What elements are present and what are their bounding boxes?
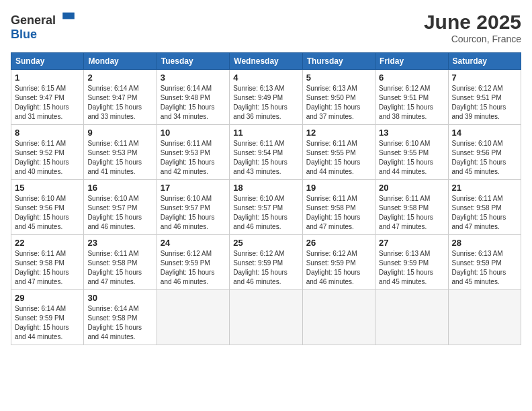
table-row: 16Sunrise: 6:10 AMSunset: 9:57 PMDayligh…	[84, 180, 157, 235]
table-row: 19Sunrise: 6:11 AMSunset: 9:58 PMDayligh…	[302, 180, 375, 235]
day-info: Sunrise: 6:12 AMSunset: 9:59 PMDaylight:…	[233, 249, 298, 287]
table-row	[230, 290, 302, 345]
header-monday: Monday	[84, 53, 157, 70]
day-number: 23	[87, 238, 152, 248]
day-info: Sunrise: 6:10 AMSunset: 9:56 PMDaylight:…	[15, 194, 80, 232]
table-row	[375, 290, 448, 345]
day-info: Sunrise: 6:11 AMSunset: 9:58 PMDaylight:…	[87, 249, 152, 287]
table-row: 30Sunrise: 6:14 AMSunset: 9:58 PMDayligh…	[84, 290, 157, 345]
day-number: 18	[233, 183, 298, 193]
day-number: 27	[379, 238, 444, 248]
table-row: 24Sunrise: 6:12 AMSunset: 9:59 PMDayligh…	[157, 235, 229, 290]
header-thursday: Thursday	[302, 53, 375, 70]
day-number: 8	[15, 128, 80, 138]
calendar-row: 15Sunrise: 6:10 AMSunset: 9:56 PMDayligh…	[11, 180, 521, 235]
day-number: 25	[233, 238, 298, 248]
table-row: 13Sunrise: 6:10 AMSunset: 9:55 PMDayligh…	[375, 125, 448, 180]
table-row: 28Sunrise: 6:13 AMSunset: 9:59 PMDayligh…	[448, 235, 521, 290]
day-number: 29	[15, 293, 80, 303]
header-friday: Friday	[375, 53, 448, 70]
day-number: 16	[87, 183, 152, 193]
day-number: 4	[233, 73, 298, 83]
month-year-title: June 2025	[424, 11, 521, 34]
day-info: Sunrise: 6:13 AMSunset: 9:59 PMDaylight:…	[452, 249, 517, 287]
table-row: 8Sunrise: 6:11 AMSunset: 9:52 PMDaylight…	[11, 125, 84, 180]
day-number: 30	[87, 293, 152, 303]
day-info: Sunrise: 6:10 AMSunset: 9:57 PMDaylight:…	[233, 194, 298, 232]
logo-text: General Blue	[11, 11, 77, 42]
day-info: Sunrise: 6:12 AMSunset: 9:51 PMDaylight:…	[379, 84, 444, 122]
calendar-row: 8Sunrise: 6:11 AMSunset: 9:52 PMDaylight…	[11, 125, 521, 180]
day-info: Sunrise: 6:10 AMSunset: 9:57 PMDaylight:…	[87, 194, 152, 232]
logo: General Blue	[11, 11, 77, 42]
table-row	[448, 290, 521, 345]
table-row: 11Sunrise: 6:11 AMSunset: 9:54 PMDayligh…	[230, 125, 302, 180]
day-info: Sunrise: 6:11 AMSunset: 9:52 PMDaylight:…	[15, 139, 80, 177]
day-info: Sunrise: 6:10 AMSunset: 9:55 PMDaylight:…	[379, 139, 444, 177]
day-number: 22	[15, 238, 80, 248]
logo-general: General	[11, 13, 56, 27]
table-row: 29Sunrise: 6:14 AMSunset: 9:59 PMDayligh…	[11, 290, 84, 345]
table-row: 15Sunrise: 6:10 AMSunset: 9:56 PMDayligh…	[11, 180, 84, 235]
header-tuesday: Tuesday	[157, 53, 229, 70]
table-row: 26Sunrise: 6:12 AMSunset: 9:59 PMDayligh…	[302, 235, 375, 290]
calendar-row: 29Sunrise: 6:14 AMSunset: 9:59 PMDayligh…	[11, 290, 521, 345]
day-info: Sunrise: 6:14 AMSunset: 9:48 PMDaylight:…	[161, 84, 226, 122]
day-info: Sunrise: 6:12 AMSunset: 9:51 PMDaylight:…	[452, 84, 517, 122]
calendar-table: Sunday Monday Tuesday Wednesday Thursday…	[11, 52, 521, 345]
day-info: Sunrise: 6:12 AMSunset: 9:59 PMDaylight:…	[161, 249, 226, 287]
day-number: 9	[87, 128, 152, 138]
day-number: 3	[161, 73, 226, 83]
table-row	[157, 290, 229, 345]
logo-blue: Blue	[11, 28, 37, 41]
table-row: 2Sunrise: 6:14 AMSunset: 9:47 PMDaylight…	[84, 70, 157, 125]
day-number: 11	[233, 128, 298, 138]
logo-flag-icon	[60, 11, 77, 24]
day-info: Sunrise: 6:11 AMSunset: 9:55 PMDaylight:…	[306, 139, 371, 177]
table-row: 22Sunrise: 6:11 AMSunset: 9:58 PMDayligh…	[11, 235, 84, 290]
day-info: Sunrise: 6:13 AMSunset: 9:49 PMDaylight:…	[233, 84, 298, 122]
day-info: Sunrise: 6:15 AMSunset: 9:47 PMDaylight:…	[15, 84, 80, 122]
day-info: Sunrise: 6:11 AMSunset: 9:58 PMDaylight:…	[379, 194, 444, 232]
day-info: Sunrise: 6:10 AMSunset: 9:57 PMDaylight:…	[161, 194, 226, 232]
day-number: 14	[452, 128, 517, 138]
day-info: Sunrise: 6:14 AMSunset: 9:58 PMDaylight:…	[87, 304, 152, 342]
table-row: 4Sunrise: 6:13 AMSunset: 9:49 PMDaylight…	[230, 70, 302, 125]
day-number: 20	[379, 183, 444, 193]
day-number: 26	[306, 238, 371, 248]
day-number: 12	[306, 128, 371, 138]
day-number: 28	[452, 238, 517, 248]
table-row: 12Sunrise: 6:11 AMSunset: 9:55 PMDayligh…	[302, 125, 375, 180]
table-row: 27Sunrise: 6:13 AMSunset: 9:59 PMDayligh…	[375, 235, 448, 290]
day-info: Sunrise: 6:13 AMSunset: 9:50 PMDaylight:…	[306, 84, 371, 122]
day-number: 2	[87, 73, 152, 83]
table-row: 18Sunrise: 6:10 AMSunset: 9:57 PMDayligh…	[230, 180, 302, 235]
day-number: 5	[306, 73, 371, 83]
day-info: Sunrise: 6:11 AMSunset: 9:58 PMDaylight:…	[306, 194, 371, 232]
header-sunday: Sunday	[11, 53, 84, 70]
weekday-header-row: Sunday Monday Tuesday Wednesday Thursday…	[11, 53, 521, 70]
header-saturday: Saturday	[448, 53, 521, 70]
table-row: 21Sunrise: 6:11 AMSunset: 9:58 PMDayligh…	[448, 180, 521, 235]
day-number: 15	[15, 183, 80, 193]
table-row: 17Sunrise: 6:10 AMSunset: 9:57 PMDayligh…	[157, 180, 229, 235]
table-row: 10Sunrise: 6:11 AMSunset: 9:53 PMDayligh…	[157, 125, 229, 180]
day-number: 17	[161, 183, 226, 193]
table-row: 7Sunrise: 6:12 AMSunset: 9:51 PMDaylight…	[448, 70, 521, 125]
table-row: 14Sunrise: 6:10 AMSunset: 9:56 PMDayligh…	[448, 125, 521, 180]
day-info: Sunrise: 6:10 AMSunset: 9:56 PMDaylight:…	[452, 139, 517, 177]
table-row	[302, 290, 375, 345]
table-row: 9Sunrise: 6:11 AMSunset: 9:53 PMDaylight…	[84, 125, 157, 180]
day-info: Sunrise: 6:11 AMSunset: 9:58 PMDaylight:…	[15, 249, 80, 287]
day-number: 7	[452, 73, 517, 83]
title-block: June 2025 Courcon, France	[424, 11, 521, 44]
day-info: Sunrise: 6:13 AMSunset: 9:59 PMDaylight:…	[379, 249, 444, 287]
calendar-row: 22Sunrise: 6:11 AMSunset: 9:58 PMDayligh…	[11, 235, 521, 290]
day-number: 1	[15, 73, 80, 83]
day-info: Sunrise: 6:14 AMSunset: 9:47 PMDaylight:…	[87, 84, 152, 122]
page-header: General Blue June 2025 Courcon, France	[11, 11, 521, 44]
day-number: 10	[161, 128, 226, 138]
calendar-row: 1Sunrise: 6:15 AMSunset: 9:47 PMDaylight…	[11, 70, 521, 125]
table-row: 25Sunrise: 6:12 AMSunset: 9:59 PMDayligh…	[230, 235, 302, 290]
table-row: 6Sunrise: 6:12 AMSunset: 9:51 PMDaylight…	[375, 70, 448, 125]
